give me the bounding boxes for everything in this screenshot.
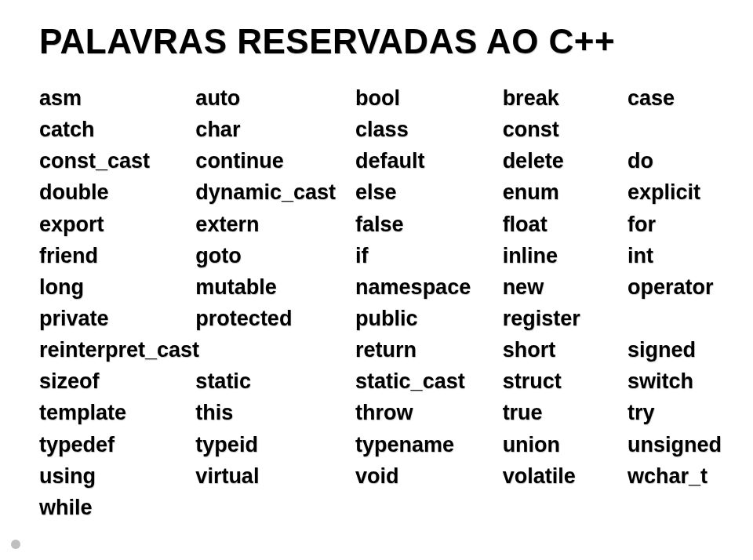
kw-cell: register bbox=[503, 304, 628, 335]
kw-cell: static_cast bbox=[355, 366, 503, 398]
kw-cell: static bbox=[195, 366, 355, 398]
kw-cell: new bbox=[503, 272, 628, 304]
kw-cell: bool bbox=[355, 83, 503, 115]
table-row: reinterpret_castreturnshortsigned bbox=[39, 335, 722, 366]
table-row: friendgotoifinlineint bbox=[39, 241, 722, 272]
kw-cell: try bbox=[628, 398, 722, 429]
kw-cell: protected bbox=[195, 304, 355, 335]
kw-cell: export bbox=[39, 209, 195, 241]
table-row: const_castcontinuedefaultdeletedo bbox=[39, 146, 722, 177]
kw-cell: extern bbox=[195, 209, 355, 241]
kw-cell: volatile bbox=[503, 461, 628, 493]
kw-cell: while bbox=[39, 493, 195, 524]
kw-cell: case bbox=[628, 83, 722, 115]
table-row: longmutablenamespacenewoperator bbox=[39, 272, 722, 304]
kw-cell: auto bbox=[195, 83, 355, 115]
kw-cell: unsigned bbox=[628, 430, 722, 461]
kw-cell: short bbox=[503, 335, 628, 366]
kw-cell: break bbox=[503, 83, 628, 115]
kw-cell: default bbox=[355, 146, 503, 177]
kw-cell: explicit bbox=[628, 177, 722, 209]
table-row: privateprotectedpublicregister bbox=[39, 304, 722, 335]
table-row: exportexternfalsefloatfor bbox=[39, 209, 722, 241]
kw-cell: float bbox=[503, 209, 628, 241]
kw-cell: wchar_t bbox=[628, 461, 722, 493]
kw-cell bbox=[628, 115, 722, 146]
kw-cell: false bbox=[355, 209, 503, 241]
kw-cell: struct bbox=[503, 366, 628, 398]
kw-cell: continue bbox=[195, 146, 355, 177]
kw-cell: private bbox=[39, 304, 195, 335]
kw-cell: sizeof bbox=[39, 366, 195, 398]
kw-cell: enum bbox=[503, 177, 628, 209]
kw-cell: switch bbox=[628, 366, 722, 398]
kw-cell: using bbox=[39, 461, 195, 493]
kw-cell: char bbox=[195, 115, 355, 146]
kw-cell: else bbox=[355, 177, 503, 209]
kw-cell: namespace bbox=[355, 272, 503, 304]
kw-cell: true bbox=[503, 398, 628, 429]
keywords-table: asmautoboolbreakcase catchcharclassconst… bbox=[39, 83, 722, 524]
kw-cell: if bbox=[355, 241, 503, 272]
kw-cell: asm bbox=[39, 83, 195, 115]
kw-cell: virtual bbox=[195, 461, 355, 493]
table-row: doubledynamic_castelseenumexplicit bbox=[39, 177, 722, 209]
slide-bullet-icon bbox=[11, 540, 20, 549]
kw-cell: return bbox=[355, 335, 503, 366]
table-row: while bbox=[39, 493, 722, 524]
kw-cell bbox=[628, 304, 722, 335]
kw-cell: typename bbox=[355, 430, 503, 461]
kw-cell: void bbox=[355, 461, 503, 493]
kw-cell: for bbox=[628, 209, 722, 241]
kw-cell: const_cast bbox=[39, 146, 195, 177]
kw-cell: typedef bbox=[39, 430, 195, 461]
kw-cell: goto bbox=[195, 241, 355, 272]
kw-cell: throw bbox=[355, 398, 503, 429]
kw-cell: inline bbox=[503, 241, 628, 272]
table-row: templatethisthrowtruetry bbox=[39, 398, 722, 429]
kw-cell: operator bbox=[628, 272, 722, 304]
kw-cell: reinterpret_cast bbox=[39, 335, 355, 366]
kw-cell: long bbox=[39, 272, 195, 304]
kw-cell: mutable bbox=[195, 272, 355, 304]
kw-cell bbox=[503, 493, 628, 524]
kw-cell: catch bbox=[39, 115, 195, 146]
kw-cell: do bbox=[628, 146, 722, 177]
table-row: catchcharclassconst bbox=[39, 115, 722, 146]
kw-cell: public bbox=[355, 304, 503, 335]
page-title: PALAVRAS RESERVADAS AO C++ bbox=[39, 22, 722, 61]
table-row: asmautoboolbreakcase bbox=[39, 83, 722, 115]
kw-cell: const bbox=[503, 115, 628, 146]
kw-cell: double bbox=[39, 177, 195, 209]
kw-cell bbox=[355, 493, 503, 524]
kw-cell: signed bbox=[628, 335, 722, 366]
kw-cell: friend bbox=[39, 241, 195, 272]
kw-cell bbox=[195, 493, 355, 524]
kw-cell bbox=[628, 493, 722, 524]
kw-cell: template bbox=[39, 398, 195, 429]
kw-cell: union bbox=[503, 430, 628, 461]
kw-cell: int bbox=[628, 241, 722, 272]
kw-cell: this bbox=[195, 398, 355, 429]
table-row: sizeofstaticstatic_caststructswitch bbox=[39, 366, 722, 398]
kw-cell: dynamic_cast bbox=[195, 177, 355, 209]
table-row: usingvirtualvoidvolatilewchar_t bbox=[39, 461, 722, 493]
table-row: typedeftypeidtypenameunionunsigned bbox=[39, 430, 722, 461]
kw-cell: typeid bbox=[195, 430, 355, 461]
kw-cell: class bbox=[355, 115, 503, 146]
kw-cell: delete bbox=[503, 146, 628, 177]
